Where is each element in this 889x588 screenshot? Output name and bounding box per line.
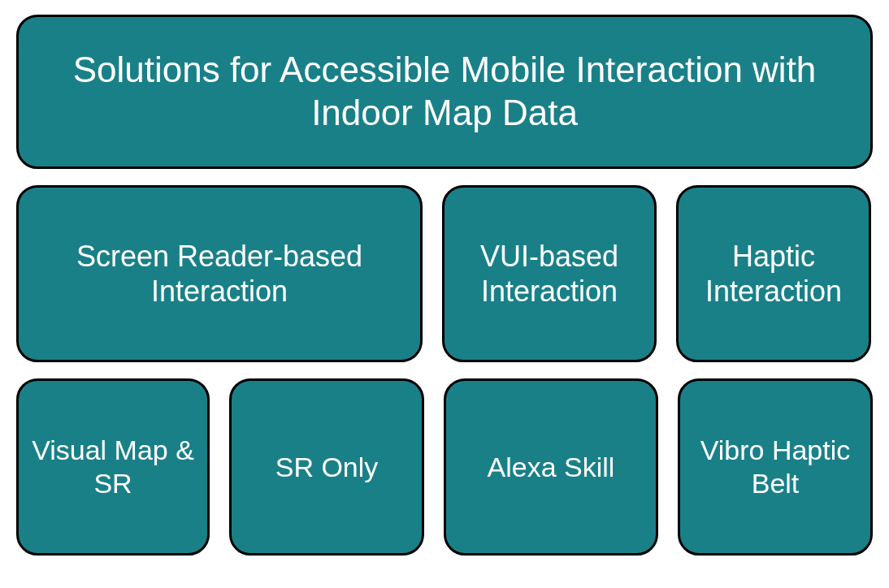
box-vibro-haptic-belt: Vibro Haptic Belt [678,378,873,556]
box-vui-interaction: VUI-based Interaction [442,185,657,362]
box-alexa-skill: Alexa Skill [444,378,658,556]
box-screen-reader-interaction: Screen Reader-based Interaction [16,185,423,362]
diagram-header: Solutions for Accessible Mobile Interact… [16,15,873,169]
box-visual-map-sr: Visual Map & SR [16,378,210,556]
solution-row: Visual Map & SR SR Only Alexa Skill Vibr… [16,378,873,556]
category-row: Screen Reader-based Interaction VUI-base… [16,185,873,362]
box-haptic-interaction: Haptic Interaction [676,185,871,362]
box-sr-only: SR Only [229,378,424,556]
